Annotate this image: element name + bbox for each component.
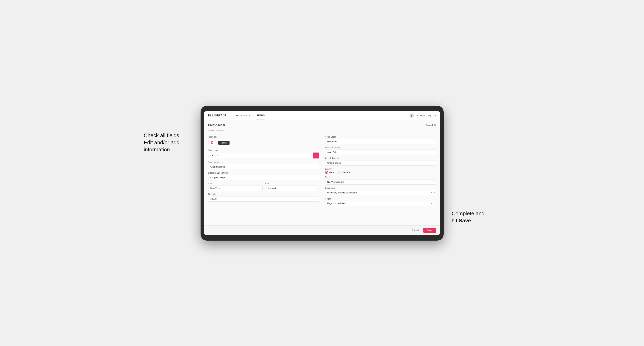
division-field: Division NCAA Division III NCAA Division… xyxy=(325,176,436,184)
sign-out-link[interactable]: Sign out xyxy=(428,114,436,117)
region-field: Region Region II - (M) DIII ✕ ▾ xyxy=(325,198,436,206)
conference-select[interactable]: University Athletic Association xyxy=(325,190,436,195)
head-coach-field: Head Coach xyxy=(325,136,436,144)
state-select-wrapper: New York California Texas ✕ ▾ xyxy=(264,185,319,191)
close-icon: ✕ xyxy=(434,123,436,127)
zip-code-field: Zip code xyxy=(208,193,319,201)
colour-swatch[interactable] xyxy=(314,152,319,159)
team-colour-label: Team colour xyxy=(208,149,319,152)
section-title: TEAM DETAILS xyxy=(208,130,436,133)
gender-field: Gender Mens Womens xyxy=(325,168,436,174)
gender-radio-group: Mens Womens xyxy=(325,171,436,174)
team-logo-field: Team logo C Upload xyxy=(208,136,319,147)
head-coach-label: Head Coach xyxy=(325,136,436,138)
form-right-column: Head Coach Assistant Coach Athletic Dire… xyxy=(325,136,436,206)
division-label: Division xyxy=(325,176,436,178)
division-select[interactable]: NCAA Division III NCAA Division II NCAA … xyxy=(325,179,436,184)
assistant-coach-label: Assistant Coach xyxy=(325,147,436,149)
zip-input[interactable] xyxy=(208,196,319,201)
nav-teams[interactable]: TEAMS xyxy=(256,111,266,120)
display-name-label: Display name (unique) xyxy=(208,172,319,174)
state-label: State xyxy=(264,182,319,185)
team-colour-field: Team colour xyxy=(208,149,319,159)
nav-links: TOURNAMENTS TEAMS xyxy=(232,111,410,120)
team-name-input[interactable] xyxy=(208,164,319,169)
city-field: City xyxy=(208,182,263,191)
nav-user-area: 👤 Test User | Sign out xyxy=(410,113,436,118)
main-content: Create Team Cancel ✕ TEAM DETAILS Team l… xyxy=(204,120,440,225)
form-left-column: Team logo C Upload Team colour xyxy=(208,136,319,206)
display-name-field: Display name (unique) xyxy=(208,172,319,180)
conference-select-wrapper: University Athletic Association ✕ ▾ xyxy=(325,190,436,195)
tablet-screen: SCOREBOARD Powered by clippd TOURNAMENTS… xyxy=(204,111,440,235)
athletic-director-field: Athletic Director xyxy=(325,157,436,166)
form-footer: Cancel Save xyxy=(204,225,440,235)
region-select-wrapper: Region II - (M) DIII ✕ ▾ xyxy=(325,201,436,206)
top-nav: SCOREBOARD Powered by clippd TOURNAMENTS… xyxy=(204,111,440,120)
region-select[interactable]: Region II - (M) DIII xyxy=(325,201,436,206)
division-select-wrapper: NCAA Division III NCAA Division II NCAA … xyxy=(325,179,436,184)
upload-button[interactable]: Upload xyxy=(218,141,230,145)
form-grid: Team logo C Upload Team colour xyxy=(208,136,436,206)
nav-tournaments[interactable]: TOURNAMENTS xyxy=(232,111,251,120)
conference-field: Conference University Athletic Associati… xyxy=(325,187,436,195)
zip-label: Zip code xyxy=(208,193,319,195)
womens-radio-dot xyxy=(338,171,340,174)
user-avatar: 👤 xyxy=(410,113,414,118)
womens-label: Womens xyxy=(341,171,350,173)
assistant-coach-field: Assistant Coach xyxy=(325,147,436,155)
conference-clear-icon[interactable]: ✕ xyxy=(430,191,432,194)
display-name-input[interactable] xyxy=(208,175,319,180)
page-header: Create Team Cancel ✕ xyxy=(208,123,436,127)
conference-label: Conference xyxy=(325,187,436,189)
team-logo-label: Team logo xyxy=(208,136,319,138)
city-input[interactable] xyxy=(208,185,263,191)
page-title-text: Create Team xyxy=(208,123,225,127)
team-name-field: Team name xyxy=(208,161,319,169)
instruction-left: Check all fields.Edit and/or addinformat… xyxy=(144,132,194,153)
region-clear-icon[interactable]: ✕ xyxy=(430,202,432,204)
gender-label: Gender xyxy=(325,168,436,170)
state-select[interactable]: New York California Texas xyxy=(264,185,319,191)
user-name: Test User | xyxy=(416,114,426,117)
team-logo-preview: C xyxy=(208,139,216,147)
cancel-button[interactable]: Cancel xyxy=(410,228,421,233)
team-name-label: Team name xyxy=(208,161,319,163)
logo-upload-row: C Upload xyxy=(208,139,319,147)
state-clear-icon[interactable]: ✕ xyxy=(314,187,316,189)
instruction-right: Complete andhit Save. xyxy=(452,210,498,224)
state-field: State New York California Texas ✕ ▾ xyxy=(264,182,319,191)
colour-row xyxy=(208,152,319,159)
cancel-top-button[interactable]: Cancel ✕ xyxy=(426,123,436,127)
region-label: Region xyxy=(325,198,436,200)
logo-main: SCOREBOARD xyxy=(208,114,226,116)
mens-label: Mens xyxy=(329,171,334,173)
logo-sub: Powered by clippd xyxy=(208,116,226,118)
head-coach-input[interactable] xyxy=(325,139,436,144)
app-logo: SCOREBOARD Powered by clippd xyxy=(208,114,226,118)
mens-radio-dot xyxy=(325,171,328,174)
gender-womens-option[interactable]: Womens xyxy=(338,171,350,174)
save-button[interactable]: Save xyxy=(424,228,436,233)
city-state-row: City State New York California Texas xyxy=(208,182,319,191)
gender-mens-option[interactable]: Mens xyxy=(325,171,334,174)
athletic-director-input[interactable] xyxy=(325,160,436,166)
athletic-director-label: Athletic Director xyxy=(325,157,436,160)
tablet-frame: SCOREBOARD Powered by clippd TOURNAMENTS… xyxy=(200,106,444,241)
colour-input[interactable] xyxy=(208,153,314,158)
city-label: City xyxy=(208,182,263,185)
assistant-coach-input[interactable] xyxy=(325,150,436,155)
